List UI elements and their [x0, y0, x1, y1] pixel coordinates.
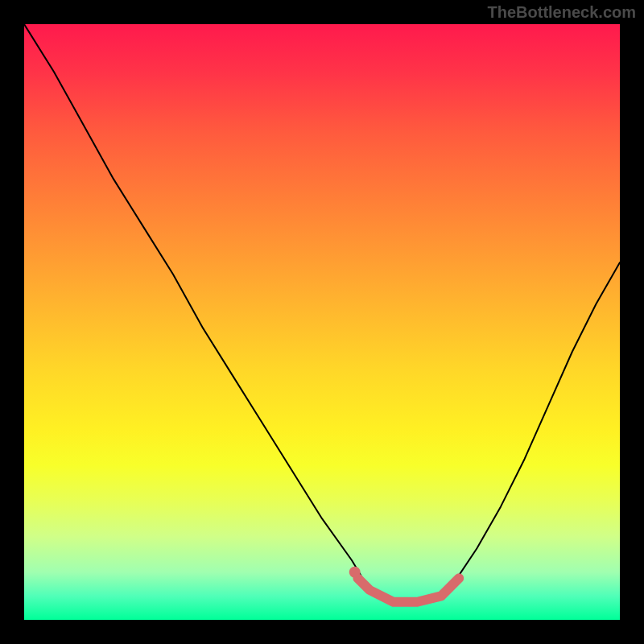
curve-svg	[24, 24, 620, 620]
plateau-highlight-path	[357, 578, 459, 602]
highlight-dot	[349, 567, 361, 578]
watermark-text: TheBottleneck.com	[488, 3, 636, 22]
plot-area	[24, 24, 620, 620]
bottleneck-curve-path	[24, 24, 620, 602]
